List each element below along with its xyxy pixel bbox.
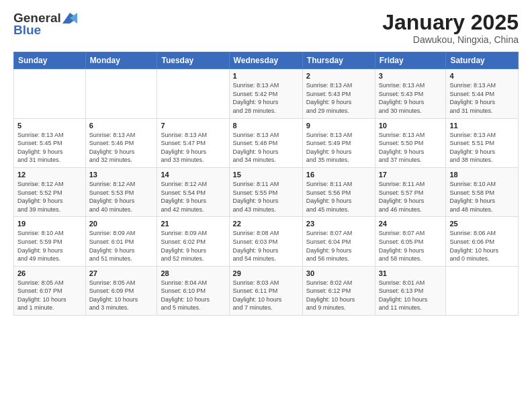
day-number: 25 [449,220,515,228]
day-info: Sunrise: 8:05 AM Sunset: 6:09 PM Dayligh… [89,279,154,312]
day-number: 12 [17,171,82,179]
week-row-4: 19Sunrise: 8:10 AM Sunset: 5:59 PM Dayli… [14,217,519,266]
day-info: Sunrise: 8:02 AM Sunset: 6:12 PM Dayligh… [306,279,371,312]
day-info: Sunrise: 8:09 AM Sunset: 6:01 PM Dayligh… [89,229,154,263]
calendar-cell: 29Sunrise: 8:03 AM Sunset: 6:11 PM Dayli… [229,266,302,315]
calendar-cell: 15Sunrise: 8:11 AM Sunset: 5:55 PM Dayli… [229,167,302,216]
day-number: 16 [306,171,371,179]
day-number: 22 [233,220,299,228]
day-number: 31 [379,269,443,277]
day-number: 20 [89,220,154,228]
day-info: Sunrise: 8:07 AM Sunset: 6:04 PM Dayligh… [306,229,371,263]
day-info: Sunrise: 8:13 AM Sunset: 5:47 PM Dayligh… [161,131,225,165]
day-number: 27 [89,269,154,277]
day-info: Sunrise: 8:10 AM Sunset: 5:58 PM Dayligh… [449,180,515,214]
day-info: Sunrise: 8:11 AM Sunset: 5:55 PM Dayligh… [233,180,299,214]
calendar-cell: 2Sunrise: 8:13 AM Sunset: 5:43 PM Daylig… [302,69,375,118]
day-number: 30 [306,269,371,277]
day-info: Sunrise: 8:13 AM Sunset: 5:48 PM Dayligh… [233,131,299,165]
month-title: January 2025 [382,11,519,34]
day-number: 29 [233,269,299,277]
calendar-cell: 6Sunrise: 8:13 AM Sunset: 5:46 PM Daylig… [85,118,157,167]
day-number: 19 [17,220,82,228]
header-friday: Friday [375,52,446,69]
day-info: Sunrise: 8:10 AM Sunset: 5:59 PM Dayligh… [17,229,82,263]
week-row-2: 5Sunrise: 8:13 AM Sunset: 5:45 PM Daylig… [14,118,519,167]
calendar-cell [446,266,519,315]
calendar-cell: 3Sunrise: 8:13 AM Sunset: 5:43 PM Daylig… [375,69,446,118]
calendar-cell: 4Sunrise: 8:13 AM Sunset: 5:44 PM Daylig… [446,69,519,118]
day-number: 14 [161,171,225,179]
day-info: Sunrise: 8:12 AM Sunset: 5:52 PM Dayligh… [17,180,82,214]
day-info: Sunrise: 8:03 AM Sunset: 6:11 PM Dayligh… [233,279,299,312]
day-info: Sunrise: 8:08 AM Sunset: 6:03 PM Dayligh… [233,229,299,263]
day-info: Sunrise: 8:13 AM Sunset: 5:45 PM Dayligh… [17,131,82,165]
calendar-cell: 12Sunrise: 8:12 AM Sunset: 5:52 PM Dayli… [14,167,86,216]
day-number: 7 [161,122,225,130]
header-wednesday: Wednesday [229,52,302,69]
day-number: 4 [449,72,515,80]
day-info: Sunrise: 8:06 AM Sunset: 6:06 PM Dayligh… [449,229,515,263]
day-number: 18 [449,171,515,179]
day-number: 28 [161,269,225,277]
calendar-cell: 23Sunrise: 8:07 AM Sunset: 6:04 PM Dayli… [302,217,375,266]
week-row-3: 12Sunrise: 8:12 AM Sunset: 5:52 PM Dayli… [14,167,519,216]
day-number: 24 [379,220,443,228]
day-info: Sunrise: 8:12 AM Sunset: 5:53 PM Dayligh… [89,180,154,214]
week-row-5: 26Sunrise: 8:05 AM Sunset: 6:07 PM Dayli… [14,266,519,315]
day-number: 26 [17,269,82,277]
calendar-cell: 31Sunrise: 8:01 AM Sunset: 6:13 PM Dayli… [375,266,446,315]
day-number: 3 [379,72,443,80]
day-number: 15 [233,171,299,179]
calendar-cell: 16Sunrise: 8:11 AM Sunset: 5:56 PM Dayli… [302,167,375,216]
day-info: Sunrise: 8:13 AM Sunset: 5:50 PM Dayligh… [379,131,443,165]
header: General Blue January 2025 Dawukou, Ningx… [13,11,519,45]
calendar-cell: 10Sunrise: 8:13 AM Sunset: 5:50 PM Dayli… [375,118,446,167]
week-row-1: 1Sunrise: 8:13 AM Sunset: 5:42 PM Daylig… [14,69,519,118]
day-info: Sunrise: 8:13 AM Sunset: 5:46 PM Dayligh… [89,131,154,165]
day-number: 11 [449,122,515,130]
day-info: Sunrise: 8:13 AM Sunset: 5:49 PM Dayligh… [306,131,371,165]
day-info: Sunrise: 8:07 AM Sunset: 6:05 PM Dayligh… [379,229,443,263]
day-info: Sunrise: 8:13 AM Sunset: 5:43 PM Dayligh… [379,81,443,115]
logo-blue: Blue [13,23,41,38]
day-info: Sunrise: 8:13 AM Sunset: 5:42 PM Dayligh… [233,81,299,115]
header-monday: Monday [85,52,157,69]
calendar-cell: 1Sunrise: 8:13 AM Sunset: 5:42 PM Daylig… [229,69,302,118]
day-info: Sunrise: 8:09 AM Sunset: 6:02 PM Dayligh… [161,229,225,263]
day-number: 2 [306,72,371,80]
calendar-table: Sunday Monday Tuesday Wednesday Thursday… [13,52,519,316]
day-number: 13 [89,171,154,179]
calendar-cell [14,69,86,118]
calendar-cell: 22Sunrise: 8:08 AM Sunset: 6:03 PM Dayli… [229,217,302,266]
day-number: 21 [161,220,225,228]
calendar-header-row: Sunday Monday Tuesday Wednesday Thursday… [14,52,519,69]
calendar-cell: 25Sunrise: 8:06 AM Sunset: 6:06 PM Dayli… [446,217,519,266]
day-info: Sunrise: 8:04 AM Sunset: 6:10 PM Dayligh… [161,279,225,312]
calendar-page: General Blue January 2025 Dawukou, Ningx… [0,0,532,411]
calendar-cell: 9Sunrise: 8:13 AM Sunset: 5:49 PM Daylig… [302,118,375,167]
calendar-cell: 13Sunrise: 8:12 AM Sunset: 5:53 PM Dayli… [85,167,157,216]
day-number: 23 [306,220,371,228]
calendar-cell: 21Sunrise: 8:09 AM Sunset: 6:02 PM Dayli… [157,217,229,266]
day-number: 9 [306,122,371,130]
calendar-cell: 8Sunrise: 8:13 AM Sunset: 5:48 PM Daylig… [229,118,302,167]
calendar-cell: 11Sunrise: 8:13 AM Sunset: 5:51 PM Dayli… [446,118,519,167]
day-info: Sunrise: 8:11 AM Sunset: 5:56 PM Dayligh… [306,180,371,214]
calendar-cell: 26Sunrise: 8:05 AM Sunset: 6:07 PM Dayli… [14,266,86,315]
day-number: 10 [379,122,443,130]
calendar-cell: 24Sunrise: 8:07 AM Sunset: 6:05 PM Dayli… [375,217,446,266]
calendar-cell: 19Sunrise: 8:10 AM Sunset: 5:59 PM Dayli… [14,217,86,266]
calendar-cell: 18Sunrise: 8:10 AM Sunset: 5:58 PM Dayli… [446,167,519,216]
title-section: January 2025 Dawukou, Ningxia, China [382,11,519,45]
day-info: Sunrise: 8:13 AM Sunset: 5:51 PM Dayligh… [449,131,515,165]
day-info: Sunrise: 8:12 AM Sunset: 5:54 PM Dayligh… [161,180,225,214]
calendar-cell: 28Sunrise: 8:04 AM Sunset: 6:10 PM Dayli… [157,266,229,315]
calendar-cell: 20Sunrise: 8:09 AM Sunset: 6:01 PM Dayli… [85,217,157,266]
calendar-cell [157,69,229,118]
header-thursday: Thursday [302,52,375,69]
day-info: Sunrise: 8:11 AM Sunset: 5:57 PM Dayligh… [379,180,443,214]
calendar-cell: 30Sunrise: 8:02 AM Sunset: 6:12 PM Dayli… [302,266,375,315]
logo-icon [62,13,77,24]
calendar-cell: 7Sunrise: 8:13 AM Sunset: 5:47 PM Daylig… [157,118,229,167]
